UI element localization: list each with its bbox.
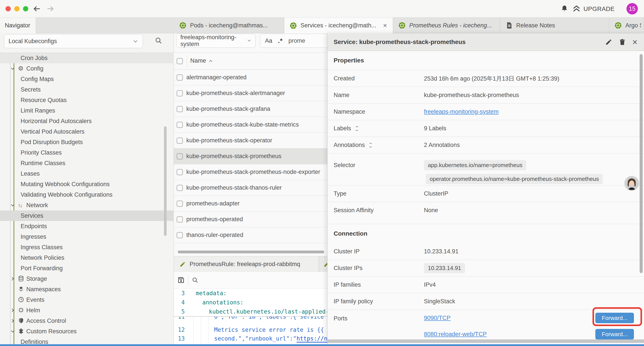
match-case-toggle[interactable]: Aa <box>265 37 272 44</box>
detail-horizontal-scrollbar[interactable] <box>328 340 644 343</box>
notification-count-badge[interactable]: 15 <box>626 3 638 14</box>
table-row-kube-prometheus-stack-grafana[interactable]: kube-prometheus-stack-grafana <box>174 101 327 117</box>
sort-ascending-icon[interactable] <box>208 58 214 64</box>
delete-trash-icon[interactable] <box>619 38 626 45</box>
sidebar-item-custom-resources[interactable]: Custom Resources <box>0 326 174 337</box>
row-checkbox[interactable] <box>177 232 183 238</box>
chevron-down-icon[interactable] <box>10 203 18 208</box>
forward-button[interactable]: Forward... <box>595 329 634 340</box>
sidebar-item-config[interactable]: ⚙Config <box>0 63 174 74</box>
close-icon[interactable]: × <box>632 38 638 45</box>
table-row-kube-prometheus-stack-thanos-ruler[interactable]: kube-prometheus-stack-thanos-ruler <box>174 180 327 196</box>
row-checkbox[interactable] <box>177 106 183 112</box>
chevron-right-icon[interactable] <box>10 276 18 281</box>
table-row-kube-prometheus-stack-prometheus[interactable]: kube-prometheus-stack-prometheus <box>174 148 327 164</box>
labels-value[interactable]: 9 Labels <box>424 125 446 132</box>
table-row-kube-prometheus-stack-kube-state-metrics[interactable]: kube-prometheus-stack-kube-state-metrics <box>174 117 327 133</box>
sidebar-item-access-control[interactable]: Access Control <box>0 316 174 326</box>
row-checkbox[interactable] <box>177 169 183 175</box>
regex-toggle[interactable]: .* <box>278 37 283 44</box>
namespace-link[interactable]: freeleaps-monitoring-system <box>424 108 499 115</box>
editor-tab-partial[interactable] <box>319 256 327 272</box>
window-close-button[interactable] <box>6 6 11 11</box>
sidebar-item-secrets[interactable]: Secrets <box>0 84 174 95</box>
sidebar-item-network[interactable]: ↑↓Network <box>0 200 174 210</box>
namespace-filter-dropdown[interactable]: freeleaps-monitoring-system <box>176 34 256 48</box>
expand-collapse-icon[interactable] <box>368 142 373 148</box>
row-checkbox[interactable] <box>177 216 183 223</box>
row-checkbox[interactable] <box>177 201 183 207</box>
sidebar-item-horizontal-pod-autoscalers[interactable]: Horizontal Pod Autoscalers <box>0 116 174 126</box>
kubeconfig-selector[interactable]: Local Kubeconfigs <box>4 34 143 48</box>
table-row-prometheus-operated[interactable]: prometheus-operated <box>174 212 327 227</box>
tab-prometheus-rules-icecheng[interactable]: Prometheus Rules - icecheng... <box>393 17 500 33</box>
window-zoom-button[interactable] <box>23 6 28 11</box>
detail-scrollbar[interactable] <box>640 54 643 273</box>
annotations-value[interactable]: 2 Annotations <box>424 142 460 148</box>
sidebar-item-cron-jobs[interactable]: Cron Jobs <box>0 53 174 63</box>
notifications-bell-icon[interactable] <box>561 5 568 13</box>
table-row-kube-prometheus-stack-prometheus-node-ex[interactable]: kube-prometheus-stack-prometheus-node-ex… <box>174 164 327 180</box>
sidebar-item-events[interactable]: Events <box>0 295 174 305</box>
table-row-kube-prometheus-stack-operator[interactable]: kube-prometheus-stack-operator <box>174 133 327 148</box>
window-minimize-button[interactable] <box>14 6 20 11</box>
sidebar-item-vertical-pod-autoscalers[interactable]: Vertical Pod Autoscalers <box>0 126 174 137</box>
save-icon[interactable] <box>177 276 185 284</box>
tab-pods-icecheng-mathmas[interactable]: Pods - icecheng@mathmas... <box>174 17 284 33</box>
sidebar-item-config-maps[interactable]: Config Maps <box>0 74 174 84</box>
port-link-8080[interactable]: 8080:reloader-web/TCP <box>424 331 487 338</box>
port-link-9090[interactable]: 9090/TCP <box>424 315 451 322</box>
tab-argo-se[interactable]: Argo Se <box>609 17 644 33</box>
sidebar-item-port-forwarding[interactable]: Port Forwarding <box>0 263 174 274</box>
navigator-tab[interactable]: Navigator <box>0 17 36 33</box>
row-checkbox[interactable] <box>177 185 183 191</box>
select-all-checkbox[interactable] <box>177 58 183 64</box>
sidebar-item-ingresses[interactable]: Ingresses <box>0 232 174 242</box>
sidebar-item-runtime-classes[interactable]: Runtime Classes <box>0 158 174 168</box>
chevron-right-icon[interactable] <box>10 308 18 313</box>
horizontal-scrollbar[interactable] <box>178 251 324 253</box>
row-checkbox[interactable] <box>177 122 183 128</box>
close-tab-icon[interactable]: × <box>380 21 390 29</box>
upgrade-chevrons-icon[interactable] <box>572 5 580 13</box>
sidebar-item-endpoints[interactable]: Endpoints <box>0 221 174 232</box>
table-row-prometheus-adapter[interactable]: prometheus-adapter <box>174 196 327 212</box>
back-arrow-icon[interactable] <box>33 5 41 13</box>
row-checkbox[interactable] <box>177 74 183 81</box>
table-row-kube-prometheus-stack-alertmanager[interactable]: kube-prometheus-stack-alertmanager <box>174 85 327 101</box>
sidebar-item-helm[interactable]: Helm <box>0 305 174 316</box>
sidebar-item-network-policies[interactable]: Network Policies <box>0 253 174 263</box>
sidebar-item-mutating-webhook-configurations[interactable]: Mutating Webhook Configurations <box>0 179 174 189</box>
row-checkbox[interactable] <box>177 137 183 144</box>
search-input[interactable]: Aa .* prome <box>260 34 337 48</box>
sidebar-item-pod-disruption-budgets[interactable]: Pod Disruption Budgets <box>0 137 174 147</box>
sidebar-item-namespaces[interactable]: Namespaces <box>0 284 174 295</box>
tab-release-notes[interactable]: Release Notes <box>500 17 609 33</box>
sidebar-item-priority-classes[interactable]: Priority Classes <box>0 147 174 158</box>
editor-search-icon[interactable] <box>192 277 198 283</box>
yaml-editor[interactable]: 3metadata:4annotations:5kubectl.kubernet… <box>174 289 327 345</box>
row-checkbox[interactable] <box>177 153 183 159</box>
expand-collapse-icon[interactable] <box>354 126 360 131</box>
tab-services-icecheng-math[interactable]: Services - icecheng@math...× <box>284 17 393 33</box>
sidebar-item-services[interactable]: Services <box>0 210 174 221</box>
user-avatar[interactable] <box>624 175 640 191</box>
row-checkbox[interactable] <box>177 90 183 96</box>
chevron-down-icon[interactable] <box>10 329 18 334</box>
runbook-url-link[interactable]: https://net <box>296 335 327 343</box>
sidebar-item-storage[interactable]: Storage <box>0 274 174 284</box>
table-row-thanos-ruler-operated[interactable]: thanos-ruler-operated <box>174 227 327 243</box>
sidebar-item-definitions[interactable]: Definitions <box>0 337 174 345</box>
forward-arrow-icon[interactable] <box>46 5 54 13</box>
sidebar-item-ingress-classes[interactable]: Ingress Classes <box>0 242 174 253</box>
table-row-alertmanager-operated[interactable]: alertmanager-operated <box>174 70 327 85</box>
sidebar-item-validating-webhook-configurations[interactable]: Validating Webhook Configurations <box>0 189 174 200</box>
sidebar-item-limit-ranges[interactable]: Limit Ranges <box>0 105 174 116</box>
upgrade-label[interactable]: UPGRADE <box>584 5 615 12</box>
chevron-down-icon[interactable] <box>10 66 18 71</box>
chevron-right-icon[interactable] <box>10 318 18 324</box>
edit-pencil-icon[interactable] <box>605 38 612 45</box>
name-column-header[interactable]: Name <box>190 57 206 64</box>
sidebar-item-leases[interactable]: Leases <box>0 168 174 179</box>
search-icon[interactable] <box>155 37 162 44</box>
